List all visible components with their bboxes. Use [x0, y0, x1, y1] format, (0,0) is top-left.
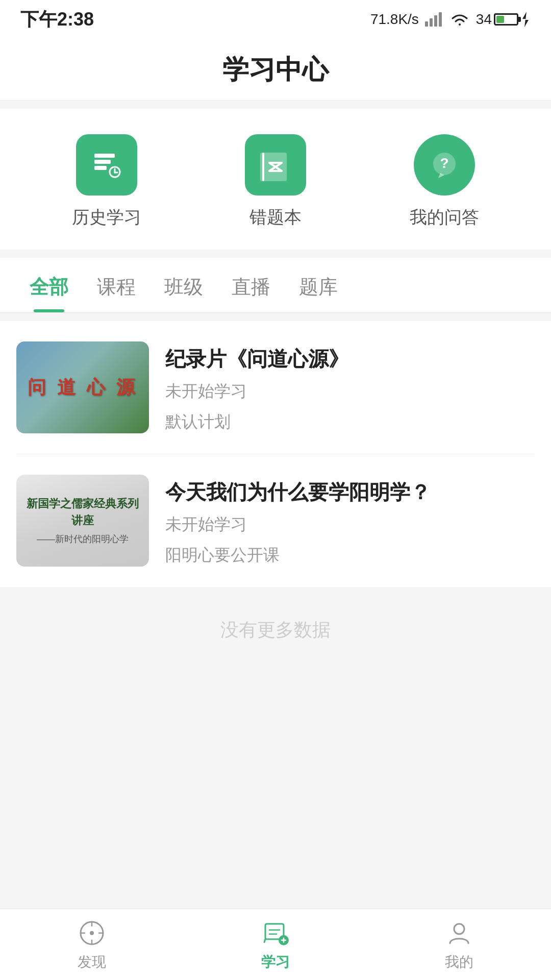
network-speed: 71.8K/s	[370, 11, 419, 28]
table-row[interactable]: 问 道 心 源 纪录片《问道心源》 未开始学习 默认计划	[16, 321, 535, 454]
course-plan-1: 默认计划	[165, 411, 535, 433]
tabs-bar: 全部 课程 班级 直播 题库	[0, 258, 551, 313]
svg-point-20	[90, 931, 94, 935]
svg-marker-4	[522, 12, 529, 27]
action-history[interactable]: 历史学习	[72, 134, 141, 229]
page-title: 学习中心	[222, 55, 329, 84]
svg-rect-7	[94, 166, 107, 170]
signal-icon	[425, 12, 443, 27]
tab-all[interactable]: 全部	[15, 258, 83, 312]
history-icon-bg	[76, 134, 137, 195]
quick-actions-section: 历史学习 错题本 ?	[0, 109, 551, 250]
page-header: 学习中心	[0, 36, 551, 101]
history-label: 历史学习	[72, 206, 141, 229]
battery-level: 34	[476, 11, 492, 28]
status-bar: 下午2:38 71.8K/s 34	[0, 0, 551, 36]
course-status-2: 未开始学习	[165, 513, 535, 536]
no-more-text: 没有更多数据	[0, 587, 551, 673]
svg-rect-12	[262, 153, 264, 181]
mine-nav-label: 我的	[445, 952, 473, 972]
qa-label: 我的问答	[410, 206, 479, 229]
study-nav-icon	[260, 918, 291, 948]
thumbnail-text-1: 问 道 心 源	[28, 375, 138, 400]
thumbnail-title-2: 新国学之儒家经典系列讲座	[21, 495, 144, 529]
course-list: 问 道 心 源 纪录片《问道心源》 未开始学习 默认计划 新国学之儒家经典系列讲…	[0, 321, 551, 587]
tab-course[interactable]: 课程	[83, 258, 150, 312]
discover-nav-label: 发现	[78, 952, 106, 972]
charging-icon	[520, 12, 531, 27]
svg-rect-2	[434, 15, 437, 27]
svg-line-26	[264, 939, 265, 942]
svg-point-33	[454, 924, 464, 934]
course-thumbnail-2: 新国学之儒家经典系列讲座 ——新时代的阳明心学	[16, 475, 149, 567]
mistakes-label: 错题本	[249, 206, 302, 229]
course-thumbnail-1: 问 道 心 源	[16, 341, 149, 433]
table-row[interactable]: 新国学之儒家经典系列讲座 ——新时代的阳明心学 今天我们为什么要学阳明学？ 未开…	[16, 454, 535, 587]
svg-rect-1	[430, 18, 433, 27]
mistakes-icon-bg	[245, 134, 306, 195]
tab-bank[interactable]: 题库	[285, 258, 352, 312]
thumbnail-sub-2: ——新时代的阳明心学	[37, 533, 129, 546]
tab-class[interactable]: 班级	[150, 258, 217, 312]
nav-item-discover[interactable]: 发现	[0, 918, 184, 972]
action-qa[interactable]: ? 我的问答	[410, 134, 479, 229]
course-status-1: 未开始学习	[165, 380, 535, 403]
mine-nav-icon	[444, 918, 474, 948]
bottom-nav: 发现 学习 我的	[0, 909, 551, 980]
no-more-label: 没有更多数据	[220, 619, 331, 640]
discover-nav-icon	[77, 918, 107, 948]
qa-icon-bg: ?	[414, 134, 475, 195]
svg-text:?: ?	[440, 155, 448, 171]
nav-item-study[interactable]: 学习	[184, 918, 367, 972]
status-time: 下午2:38	[20, 7, 94, 32]
svg-rect-3	[439, 12, 442, 27]
mistakes-icon	[259, 149, 292, 181]
svg-rect-0	[425, 21, 428, 27]
wifi-icon	[449, 11, 470, 28]
history-icon	[90, 149, 123, 181]
study-nav-label: 学习	[261, 952, 290, 972]
status-icons: 71.8K/s 34	[370, 11, 531, 28]
svg-rect-5	[94, 154, 115, 158]
course-title-1: 纪录片《问道心源》	[165, 346, 535, 372]
battery-indicator: 34	[476, 11, 531, 28]
nav-item-mine[interactable]: 我的	[367, 918, 551, 972]
course-title-2: 今天我们为什么要学阳明学？	[165, 479, 535, 505]
svg-rect-6	[94, 160, 111, 164]
course-info-1: 纪录片《问道心源》 未开始学习 默认计划	[165, 341, 535, 433]
action-mistakes[interactable]: 错题本	[245, 134, 306, 229]
tab-live[interactable]: 直播	[217, 258, 285, 312]
course-plan-2: 阳明心要公开课	[165, 544, 535, 567]
course-info-2: 今天我们为什么要学阳明学？ 未开始学习 阳明心要公开课	[165, 475, 535, 567]
qa-icon: ?	[428, 149, 461, 181]
